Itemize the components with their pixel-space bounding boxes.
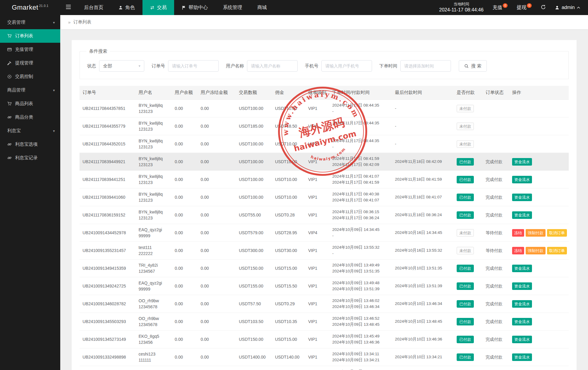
top-menu-item[interactable]: 后台首页 xyxy=(77,0,111,15)
trade-amount-cell: USDT100.00 xyxy=(236,153,272,171)
username-line: ceshi123 xyxy=(139,351,169,357)
order-status-cell xyxy=(483,117,509,135)
last-pay-time-cell: 2024年10月10日 13:48:45 xyxy=(392,313,454,331)
chevron-down-icon: ▾ xyxy=(53,129,55,133)
last-pay-time-cell: 2024年11月18日 08:42:09 xyxy=(392,153,454,171)
actions-cell: 资金流水 xyxy=(509,188,569,206)
balance-cell: 0.00 xyxy=(172,277,198,295)
sidebar-item-label: 利息宝记录 xyxy=(15,155,38,161)
phone-input[interactable] xyxy=(321,60,372,72)
top-menu-item[interactable]: 角色 xyxy=(111,0,142,15)
balance-cell: 0.00 xyxy=(172,117,198,135)
order-no-cell: UB2410091355231457 xyxy=(80,242,136,260)
funds-flow-button[interactable]: 资金流水 xyxy=(512,282,532,290)
sidebar-item[interactable]: 提现管理 xyxy=(0,56,60,70)
cancel-order-button[interactable]: 取消订单 xyxy=(547,247,567,254)
search-button[interactable]: 搜 索 xyxy=(459,60,487,72)
order-status-cell: 完成付款 xyxy=(483,366,509,370)
paid-status-badge: 未付款 xyxy=(457,247,474,254)
freeze-button[interactable]: 冻结 xyxy=(512,247,524,254)
username-cell: BYN_kw8j8q123123 xyxy=(136,153,172,171)
sidebar-group-header[interactable]: 商品管理▾ xyxy=(0,83,60,97)
force-pay-button[interactable]: 强制付款 xyxy=(526,229,546,237)
paid-status-badge: 已付款 xyxy=(457,265,474,272)
frozen-amount-cell: 0.00 xyxy=(198,331,236,348)
sidebar-toggle-button[interactable] xyxy=(60,0,77,15)
order-time-input[interactable] xyxy=(400,60,451,72)
funds-flow-button[interactable]: 资金流水 xyxy=(512,176,532,183)
userid-line: 123123 xyxy=(139,197,169,203)
time-line: 2024年10月09日 13:46:52 xyxy=(332,316,389,322)
sidebar-item[interactable]: 利息宝记录 xyxy=(0,151,60,165)
time-line: 2024年11月17日 08:41:07 xyxy=(332,197,389,203)
time-line: 2024年10月09日 14:34:45 xyxy=(332,227,389,233)
funds-flow-button[interactable]: 资金流水 xyxy=(512,265,532,272)
funds-flow-button[interactable]: 资金流水 xyxy=(512,318,532,325)
sidebar-item-label: 商品列表 xyxy=(15,101,33,107)
refresh-button[interactable] xyxy=(541,5,546,11)
level-cell: VIP1 xyxy=(305,171,329,188)
status-select[interactable]: 全部 ▾ xyxy=(99,60,144,72)
top-menu-item[interactable]: 商城 xyxy=(250,0,274,15)
username-input[interactable] xyxy=(247,60,298,72)
paid-cell: 未付款 xyxy=(454,135,483,153)
sidebar-item[interactable]: 充值管理 xyxy=(0,43,60,56)
order-status-cell: 完成付款 xyxy=(483,331,509,348)
order-no-input[interactable] xyxy=(168,60,219,72)
sidebar-item[interactable]: 商品分类 xyxy=(0,110,60,124)
funds-flow-button[interactable]: 资金流水 xyxy=(512,300,532,308)
userid-line: 123123 xyxy=(139,215,169,221)
order-time-cell: 2024年10月09日 13:55:32- xyxy=(329,242,392,260)
time-line: 2024年11月17日 08:36:15 xyxy=(332,209,389,215)
control-icon xyxy=(7,74,12,79)
sidebar-item[interactable]: 交易控制 xyxy=(0,70,60,83)
paid-status-badge: 已付款 xyxy=(457,353,474,361)
paid-status-badge: 已付款 xyxy=(457,158,474,166)
funds-flow-button[interactable]: 资金流水 xyxy=(512,211,532,219)
column-header: 最后付款时间 xyxy=(392,86,454,100)
sidebar-item-label: 交易控制 xyxy=(15,74,33,79)
actions-cell: 资金流水 xyxy=(509,260,569,277)
time-line: 2024年10月09日 13:46:36 xyxy=(332,339,389,345)
funds-flow-button[interactable]: 资金流水 xyxy=(512,336,532,343)
commission-cell: USDT10.35 xyxy=(272,313,305,331)
admin-menu[interactable]: admin xyxy=(555,5,580,10)
top-menu-item[interactable]: 系统管理 xyxy=(215,0,250,15)
sidebar-group-header[interactable]: 交易管理▾ xyxy=(0,16,60,29)
withdraw-link[interactable]: 提现0 xyxy=(517,5,532,11)
table-row: UB2410091345273149EKO_8gq51234560.000.00… xyxy=(80,331,569,348)
time-line: 2024年10月09日 13:51:35 xyxy=(332,268,389,274)
userid-line: 123123 xyxy=(139,144,169,150)
order-time-cell: 2024年11月17日 08:44:35- xyxy=(329,117,392,135)
frozen-amount-cell: 0.00 xyxy=(198,100,236,117)
paid-status-badge: 已付款 xyxy=(457,176,474,183)
table-row: UB2411170839449921BYN_kw8j8q1231230.000.… xyxy=(80,153,569,171)
order-status-cell xyxy=(483,135,509,153)
trade-amount-cell: USDT100.00 xyxy=(236,100,272,117)
actions-cell: 资金流水 xyxy=(509,153,569,171)
sidebar-item-label: 商品分类 xyxy=(15,114,33,120)
funds-flow-button[interactable]: 资金流水 xyxy=(512,158,532,166)
order-no-cell: UB2410091332491933 xyxy=(80,366,136,370)
sidebar-item[interactable]: 利息宝选项 xyxy=(0,138,60,151)
commission-cell: USDT0.28 xyxy=(272,206,305,224)
top-menu-item[interactable]: 帮助中心 xyxy=(174,0,215,15)
force-pay-button[interactable]: 强制付款 xyxy=(526,247,546,254)
sidebar-group-header[interactable]: 利息宝▾ xyxy=(0,124,60,138)
order-status-cell: 完成付款 xyxy=(483,171,509,188)
cancel-order-button[interactable]: 取消订单 xyxy=(547,229,567,237)
sidebar-item[interactable]: 商品列表 xyxy=(0,97,60,110)
freeze-button[interactable]: 冻结 xyxy=(512,229,524,237)
top-menu-item-label: 角色 xyxy=(125,5,135,11)
column-header: 用户名 xyxy=(136,86,172,100)
top-menu-item[interactable]: 交易 xyxy=(142,0,174,15)
brand-logo: Gmarket 21.0.1 xyxy=(0,0,60,15)
frozen-amount-cell: 0.00 xyxy=(198,366,236,370)
balance-cell: 0.00 xyxy=(172,153,198,171)
funds-flow-button[interactable]: 资金流水 xyxy=(512,353,532,361)
sidebar-item[interactable]: 订单列表 xyxy=(0,29,60,43)
paid-status-badge: 未付款 xyxy=(457,123,474,130)
time-line: 2024年10月09日 13:51:39 xyxy=(332,286,389,292)
funds-flow-button[interactable]: 资金流水 xyxy=(512,194,532,201)
recharge-link[interactable]: 充值0 xyxy=(493,5,508,11)
